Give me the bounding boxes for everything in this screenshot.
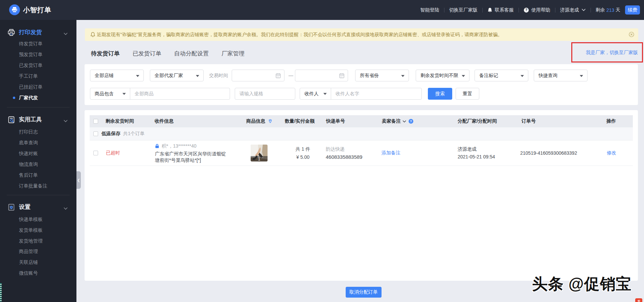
caret-down-icon [580,75,583,77]
sidebar-section-title: 设置 [19,203,30,211]
gear-icon[interactable] [268,119,273,124]
nav-switch-factory[interactable]: 切换至厂家版 [449,7,478,13]
tab-auto-assign-settings[interactable]: 自动分配设置 [174,50,209,58]
modify-link[interactable]: 修改 [607,150,616,155]
row-checkbox[interactable] [93,151,98,155]
add-note-link[interactable]: 添加备注 [382,150,400,155]
renew-button[interactable]: 续费 [625,5,640,15]
tracking-number: 4608335883589 [326,153,378,161]
supplier-select-value: 全部代发厂家 [150,73,183,79]
quick-query-select[interactable]: 快捷查询 [534,70,588,81]
remaining-days-prefix: 剩余 [596,7,605,13]
chevron-down-icon [64,31,68,36]
top-nav: 智能登陆 切换至厂家版 联系客服 ? 使用帮助 济源老成 剩余 213 天 续 [420,0,644,20]
sidebar-item-express-reconcile[interactable]: 快递对账 [19,150,38,157]
search-button[interactable]: 搜索 [428,88,452,100]
sidebar-section-print-ship[interactable]: 打印发货 [0,28,76,36]
select-all-checkbox[interactable] [93,119,98,124]
note-mark-select[interactable]: 备注标记 [475,70,528,81]
watermark-text: 头条 @促销宝 [532,274,640,295]
col-order-no: 订单号 [516,118,602,124]
sidebar-item-waybill-template[interactable]: 快递单模板 [19,216,43,223]
group-order-count: 共1个订单 [123,131,145,137]
tab-shipped-orders[interactable]: 已发货订单 [133,50,161,58]
tab-factory-manage[interactable]: 厂家管理 [222,50,245,58]
trade-time-start-input[interactable] [232,70,284,81]
group-checkbox[interactable] [93,131,98,136]
col-seller-note-label: 卖家备注 [382,118,401,124]
sidebar-item-pre-ship-orders[interactable]: 预发货订单 [19,51,43,58]
shop-select-value: 全部店铺 [90,73,114,79]
action-cell: 修改 [602,150,633,156]
reset-button[interactable]: 重置 [456,88,479,100]
trade-time-end-input[interactable] [295,70,348,81]
note-mark-select-value: 备注标记 [475,73,498,79]
date-range-separator: — [289,70,293,81]
sidebar-item-shipfrom-manage[interactable]: 发货地管理 [19,237,43,244]
col-remaining-ship-time: 剩余发货时间 [101,118,151,124]
top-bar: 小智打单 智能登陆 切换至厂家版 联系客服 ? 使用帮助 济源老成 剩余 213 [0,0,644,20]
nav-help[interactable]: ? 使用帮助 [524,7,550,13]
caret-down-icon [521,75,524,77]
caret-down-icon [196,75,199,77]
sidebar-item-logistics-query[interactable]: 物流查询 [19,161,38,168]
product-input[interactable]: 全部商品 [130,88,230,99]
sidebar-item-product-manage[interactable]: 商品管理 [19,248,38,255]
nav-divider [555,8,555,12]
remaining-time-select-value: 剩余发货时间不限 [416,73,458,79]
order-number: 210519-416059300683392 [516,150,602,156]
receiver-select[interactable]: 收件人 [300,88,331,99]
product-contains-select[interactable]: 商品包含 [90,88,130,99]
supplier-select[interactable]: 全部代发厂家 [150,70,204,81]
caret-down-icon [323,93,327,95]
sidebar-item-print-log[interactable]: 打印日志 [19,128,38,135]
help-icon[interactable]: ? [409,119,413,124]
svg-text:?: ? [410,119,412,123]
sidebar-section-settings[interactable]: 设置 [0,203,76,211]
switch-to-factory-link[interactable]: 我是厂家，切换至厂家版 [586,50,638,56]
sidebar-item-linked-shops[interactable]: 关联店铺 [19,259,38,266]
product-thumbnail[interactable]: 1 [251,145,268,161]
order-row: 已超时 积*，13*******40 广东省广州市天河区兴华街道银锭 塘前街*号… [90,141,633,166]
spec-input[interactable]: 请输入规格 [235,88,295,100]
sidebar-item-shipped-orders[interactable]: 已发货订单 [19,62,43,69]
sidebar-item-factory-dropship[interactable]: 厂家代发 [19,94,38,101]
sidebar-item-batch-remark[interactable]: 订单批量备注 [19,182,47,189]
sidebar-item-receipt-query[interactable]: 底单查询 [19,139,38,146]
shop-select[interactable]: 全部店铺 [90,70,144,81]
trade-time-label: 交易时间 [209,70,228,81]
tracking-cell: 韵达快递 4608335883589 [322,145,378,161]
receiver-address-line2: 塘前街*号菜鸟驿站*[*] [155,157,246,163]
sidebar-item-manual-orders[interactable]: 手工订单 [19,73,38,79]
caret-down-icon [401,75,405,77]
receiver-address-line1: 广东省广州市天河区兴华街道银锭 [155,151,246,157]
tab-pending-orders[interactable]: 待发货订单 [91,50,120,58]
warning-banner-text: 近期发现有“诈骗犯”冒充服务商，骗取商家的店铺账密，提取商家的账户余额。我们在此… [97,28,502,41]
close-icon[interactable] [629,32,634,38]
sidebar-item-wechat-account[interactable]: 微信账号 [19,270,38,276]
assign-time: 2021-05-21 09:54 [458,153,516,161]
receiver-name-input[interactable]: 收件人名字 [331,88,421,99]
chevron-down-icon [581,8,586,11]
sidebar-collapse-handle[interactable]: ❮ [76,171,81,189]
nav-divider [591,8,591,12]
nav-account[interactable]: 济源老成 [560,7,586,13]
remaining-time-select[interactable]: 剩余发货时间不限 [416,70,469,81]
sidebar-item-suspended-orders[interactable]: 已挂起订单 [19,83,43,90]
cancel-assign-button[interactable]: 取消分配订单 [346,287,382,298]
sidebar-item-shiplist-template[interactable]: 发货单模板 [19,227,43,233]
nav-smart-login[interactable]: 智能登陆 [420,7,439,13]
question-circle-icon: ? [524,7,529,13]
product-filter-group: 商品包含 全部商品 [90,88,230,100]
order-status-overdue: 已超时 [101,150,151,156]
nav-contact-service[interactable]: 联系客服 [487,7,514,13]
sidebar-item-aftersale-orders[interactable]: 售后订单 [19,172,38,178]
receiver-cell: 积*，13*******40 广东省广州市天河区兴华街道银锭 塘前街*号菜鸟驿站… [151,143,246,163]
remaining-days-count: 213 [606,7,614,13]
chevron-down-icon [64,205,68,211]
province-select[interactable]: 所有省份 [355,70,409,81]
sidebar-section-tools[interactable]: 实用工具 [0,116,76,124]
sidebar-item-pending-orders[interactable]: 待发货订单 [19,40,43,47]
app-title: 小智打单 [23,0,51,20]
chevron-down-icon[interactable] [402,120,406,123]
